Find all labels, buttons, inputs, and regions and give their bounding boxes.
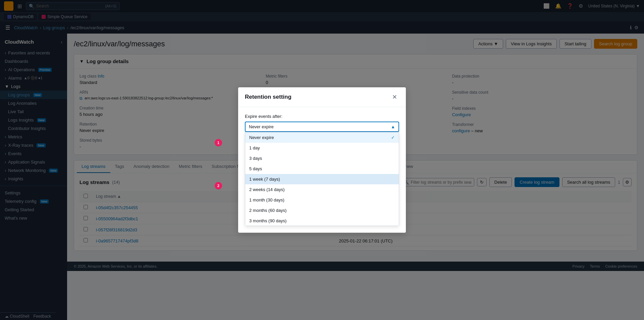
modal-title: Retention setting xyxy=(245,94,291,100)
option-label: 1 day xyxy=(249,145,260,150)
option-label: 5 days xyxy=(249,166,262,171)
modal-header: Retention setting ✕ xyxy=(238,87,406,107)
modal-overlay[interactable]: 1 2 Retention setting ✕ Expire events af… xyxy=(0,0,644,320)
option-label: 2 months (60 days) xyxy=(249,208,286,213)
modal-close-button[interactable]: ✕ xyxy=(390,93,399,101)
chevron-up-icon: ▲ xyxy=(391,124,395,129)
step-circle-2: 2 xyxy=(215,182,222,189)
option-label: 3 months (90 days) xyxy=(249,218,286,223)
option-label: 2 weeks (14 days) xyxy=(249,187,285,192)
option-1-week[interactable]: 1 week (7 days) xyxy=(245,174,399,184)
expire-field-label: Expire events after: xyxy=(245,114,399,119)
option-label: 1 month (30 days) xyxy=(249,197,284,202)
step-1-marker: 1 xyxy=(215,139,222,146)
option-label: Never expire xyxy=(249,135,274,140)
expire-select-trigger[interactable]: Never expire ▲ xyxy=(245,122,399,132)
option-label: 3 days xyxy=(249,156,262,161)
selected-value: Never expire xyxy=(249,124,274,129)
option-label: 1 week (7 days) xyxy=(249,177,280,182)
option-2-weeks[interactable]: 2 weeks (14 days) xyxy=(245,184,399,195)
step-2-marker: 2 xyxy=(215,182,222,189)
step-circle-1: 1 xyxy=(215,139,222,146)
retention-dropdown-list: Never expire ✓ 1 day 3 days 5 days 1 wee… xyxy=(245,132,399,226)
option-1-month[interactable]: 1 month (30 days) xyxy=(245,195,399,205)
modal-body: Expire events after: Never expire ▲ Neve… xyxy=(238,107,406,233)
option-3-months[interactable]: 3 months (90 days) xyxy=(245,216,399,226)
option-2-months[interactable]: 2 months (60 days) xyxy=(245,205,399,216)
option-1-day[interactable]: 1 day xyxy=(245,143,399,153)
option-3-days[interactable]: 3 days xyxy=(245,153,399,164)
option-never-expire[interactable]: Never expire ✓ xyxy=(245,132,399,143)
retention-setting-modal: Retention setting ✕ Expire events after:… xyxy=(238,87,406,233)
check-icon: ✓ xyxy=(391,135,395,140)
option-5-days[interactable]: 5 days xyxy=(245,164,399,174)
